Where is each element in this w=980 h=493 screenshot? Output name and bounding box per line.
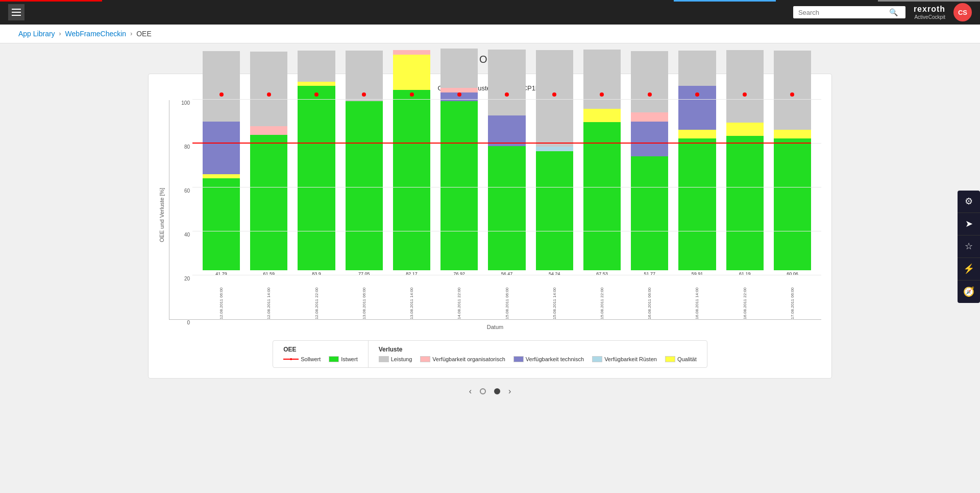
bar-segment-0 <box>250 135 287 270</box>
x-label-1: 12.08.2011 14:00 <box>266 278 271 319</box>
pag-dot-2[interactable] <box>494 388 500 394</box>
search-input[interactable] <box>798 9 885 16</box>
bar-value-5: 76.92 <box>454 271 465 276</box>
bar-group-3: 77.0513.08.2011 06:00 <box>346 51 383 319</box>
topbar-left <box>8 4 24 20</box>
qualitat-label: Qualität <box>677 356 697 362</box>
qualitat-swatch <box>665 356 675 362</box>
chart-inner: 020406080100 41.7912.08.2011 06:0061.591… <box>169 100 821 330</box>
brand: rexroth ActiveCockpit <box>914 4 945 20</box>
bar-segment-0 <box>440 101 478 270</box>
pag-prev-button[interactable]: ‹ <box>469 387 472 396</box>
target-dot-10 <box>695 92 699 97</box>
x-label-7: 15.08.2011 14:00 <box>552 278 557 319</box>
hamburger-line <box>12 12 21 13</box>
bar-segment-1 <box>393 55 430 90</box>
lightning-button[interactable]: ⚡ <box>958 258 980 280</box>
legend-leistung: Leistung <box>379 356 412 362</box>
target-dot-12 <box>790 92 794 97</box>
progress-bar <box>0 0 980 2</box>
bar-segment-3 <box>488 115 525 146</box>
pagination: ‹ › <box>469 387 511 396</box>
bar-segment-5 <box>631 51 668 112</box>
star-button[interactable]: ☆ <box>958 236 980 258</box>
legend-verluste-section: Verluste Leistung Verfügbarkeit organisa… <box>369 341 707 367</box>
bar-stack-2 <box>298 51 335 270</box>
bar-segment-0 <box>203 178 240 270</box>
gear-button[interactable]: ⚙ <box>958 191 980 213</box>
x-axis-title: Datum <box>169 324 821 330</box>
brand-text: rexroth ActiveCockpit <box>914 4 945 20</box>
x-label-4: 13.08.2011 14:00 <box>409 278 414 319</box>
hamburger-button[interactable] <box>8 4 24 20</box>
target-dot-2 <box>314 92 318 97</box>
leistung-swatch <box>379 356 389 362</box>
istwert-label: Istwert <box>341 356 357 362</box>
bar-stack-3 <box>346 51 383 270</box>
bar-segment-0 <box>583 122 621 270</box>
hamburger-line <box>12 15 21 16</box>
breadcrumb-webframe[interactable]: WebFrameCheckin <box>65 30 127 38</box>
bar-segment-1 <box>774 130 811 138</box>
target-dot-8 <box>600 92 604 97</box>
breadcrumb: App Library › WebFrameCheckin › OEE <box>0 25 980 43</box>
bar-segment-5 <box>678 51 716 86</box>
bar-segment-3 <box>631 122 668 157</box>
bar-stack-1 <box>250 52 287 270</box>
verf-org-label: Verfügbarkeit organisatorisch <box>432 356 505 362</box>
bar-value-11: 61.19 <box>739 271 751 276</box>
y-tick-0: 0 <box>187 320 190 325</box>
pag-dot-1[interactable] <box>480 388 486 394</box>
bar-value-9: 51.77 <box>644 271 655 276</box>
sollwert-line-icon <box>283 359 299 360</box>
x-label-11: 16.08.2011 22:00 <box>743 278 747 319</box>
send-button[interactable]: ➤ <box>958 213 980 236</box>
bar-value-6: 56.47 <box>501 271 513 276</box>
y-tick-80: 80 <box>184 144 190 150</box>
x-label-6: 15.08.2011 06:00 <box>505 278 509 319</box>
legend-oee-items: Sollwert Istwert <box>283 356 358 362</box>
bar-segment-0 <box>631 156 668 270</box>
y-tick-60: 60 <box>184 188 190 194</box>
compass-button[interactable]: 🧭 <box>958 280 980 303</box>
target-dot-6 <box>505 92 509 97</box>
search-box[interactable]: 🔍 <box>793 6 905 18</box>
breadcrumb-current: OEE <box>136 30 152 38</box>
bar-segment-5 <box>774 51 811 130</box>
bar-stack-8 <box>583 50 621 270</box>
legend-area: OEE Sollwert Istwert Verluste <box>273 340 707 368</box>
bar-group-0: 41.7912.08.2011 06:00 <box>203 51 240 319</box>
pag-next-button[interactable]: › <box>508 387 511 396</box>
bar-segment-0 <box>774 138 811 270</box>
bar-value-12: 60.06 <box>787 271 798 276</box>
legend-verluste-items: Leistung Verfügbarkeit organisatorisch V… <box>379 356 697 362</box>
bar-value-10: 59.91 <box>692 271 703 276</box>
brand-name: rexroth <box>914 4 945 14</box>
bar-stack-12 <box>774 51 811 270</box>
y-tick-40: 40 <box>184 232 190 238</box>
legend-sollwert: Sollwert <box>283 356 321 362</box>
leistung-label: Leistung <box>391 356 412 362</box>
progress-gap <box>102 0 674 2</box>
legend-oee-section: OEE Sollwert Istwert <box>273 341 369 367</box>
bar-value-8: 67.53 <box>596 271 608 276</box>
bar-value-4: 82.17 <box>406 271 418 276</box>
bar-segment-1 <box>726 123 764 136</box>
bar-stack-0 <box>203 51 240 270</box>
bar-segment-0 <box>393 90 430 270</box>
breadcrumb-app-library[interactable]: App Library <box>18 30 55 38</box>
verf-tech-label: Verfügbarkeit technisch <box>526 356 584 362</box>
bar-segment-0 <box>536 151 573 270</box>
y-gridline-100 <box>192 99 821 100</box>
bar-stack-10 <box>678 51 716 270</box>
y-gridline-60 <box>192 187 821 187</box>
bar-segment-1 <box>583 109 621 122</box>
bar-segment-0 <box>346 101 383 270</box>
bar-segment-5 <box>298 51 335 81</box>
verf-rusten-label: Verfügbarkeit Rüsten <box>604 356 657 362</box>
legend-verf-rusten: Verfügbarkeit Rüsten <box>592 356 657 362</box>
topbar: 🔍 rexroth ActiveCockpit CS <box>0 0 980 25</box>
avatar[interactable]: CS <box>953 3 972 21</box>
bar-segment-4 <box>631 112 668 121</box>
chart-container: OEE und Verluste über Zeit (CP1H) OEE un… <box>148 74 832 379</box>
